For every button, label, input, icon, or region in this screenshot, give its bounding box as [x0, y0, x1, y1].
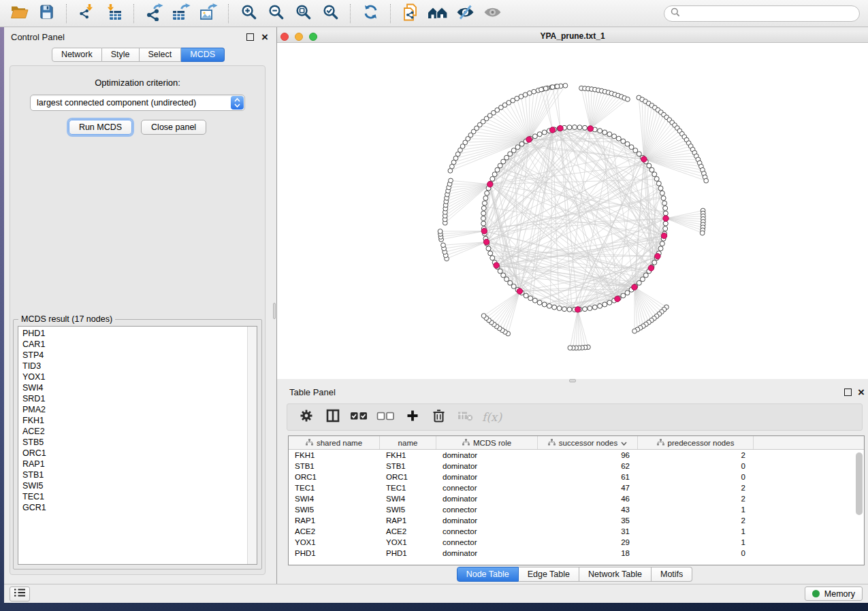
tab-network[interactable]: Network: [52, 48, 102, 62]
float-panel-icon[interactable]: [246, 33, 254, 41]
delete-column-button[interactable]: [425, 404, 452, 430]
export-image-button[interactable]: [196, 3, 221, 24]
table-row[interactable]: TEC1TEC1connector472: [289, 482, 864, 493]
table-row[interactable]: PHD1PHD1dominator180: [289, 548, 864, 559]
open-file-button[interactable]: [7, 3, 31, 24]
zoom-out-button[interactable]: [263, 3, 288, 24]
memory-button[interactable]: Memory: [805, 587, 863, 601]
mcds-result-list[interactable]: PHD1CAR1STP4TID3YOX1SWI4SRD1PMA2FKH1ACE2…: [18, 326, 257, 565]
mcds-result-item[interactable]: SWI5: [18, 480, 257, 491]
mcds-result-item[interactable]: SWI4: [18, 382, 257, 393]
network-window-titlebar[interactable]: YPA_prune.txt_1: [277, 31, 868, 43]
mcds-result-item[interactable]: RAP1: [18, 459, 257, 469]
column-header-shared-name[interactable]: shared name: [289, 436, 380, 449]
apply-layout-button[interactable]: [358, 3, 383, 24]
control-panel: Control Panel × NetworkStyleSelectMCDS O…: [4, 27, 272, 584]
tab-select[interactable]: Select: [140, 48, 182, 62]
table-cell: SWI5: [289, 504, 380, 515]
table-row[interactable]: FKH1FKH1dominator962: [289, 450, 864, 461]
show-columns-button[interactable]: [319, 404, 346, 430]
run-mcds-button[interactable]: Run MCDS: [69, 120, 132, 135]
table-scrollbar[interactable]: [856, 452, 863, 515]
table-row[interactable]: SWI5SWI5connector431: [289, 504, 864, 515]
mcds-result-item[interactable]: CAR1: [18, 339, 257, 350]
tab-network-table[interactable]: Network Table: [579, 567, 652, 582]
close-panel-icon[interactable]: ×: [261, 34, 268, 41]
criterion-select[interactable]: largest connected component (undirected): [30, 95, 245, 111]
window-maximize-icon[interactable]: [309, 33, 317, 41]
table-cell: 2: [638, 450, 754, 461]
mcds-result-item[interactable]: STB5: [18, 437, 257, 448]
network-canvas[interactable]: [277, 43, 868, 379]
select-all-columns-button[interactable]: [346, 404, 372, 430]
mcds-result-item[interactable]: STB1: [18, 469, 257, 480]
window-close-icon[interactable]: [280, 33, 289, 41]
list-scrollbar[interactable]: [247, 327, 257, 564]
search-input[interactable]: [684, 8, 853, 19]
function-builder-button[interactable]: f(x): [479, 404, 505, 430]
save-session-button[interactable]: [34, 3, 59, 24]
zoom-selected-icon: [322, 3, 339, 23]
splitter-grip[interactable]: [569, 379, 576, 382]
table-row[interactable]: YOX1YOX1connector291: [289, 537, 864, 548]
mcds-result-item[interactable]: ACE2: [18, 426, 257, 437]
splitter-grip[interactable]: [273, 303, 276, 319]
search-field[interactable]: [664, 5, 860, 22]
table-cell: RAP1: [289, 515, 380, 526]
window-minimize-icon[interactable]: [295, 33, 303, 41]
first-neighbors-button[interactable]: [425, 3, 450, 24]
mcds-result-item[interactable]: TID3: [18, 361, 257, 371]
mcds-result-item[interactable]: ORC1: [18, 448, 257, 459]
float-panel-icon[interactable]: [844, 389, 852, 396]
import-network-button[interactable]: [74, 3, 99, 24]
network-view[interactable]: [277, 43, 868, 379]
show-all-button[interactable]: [480, 3, 504, 24]
table-row[interactable]: RAP1RAP1dominator352: [289, 515, 864, 526]
close-panel-icon[interactable]: ×: [858, 389, 865, 396]
tab-motifs[interactable]: Motifs: [652, 567, 692, 582]
tab-mcds[interactable]: MCDS: [181, 48, 225, 62]
table-cell: ACE2: [380, 526, 436, 537]
zoom-fit-button[interactable]: [291, 3, 315, 24]
mcds-result-title: MCDS result (17 nodes): [18, 314, 115, 324]
column-header-MCDS-role[interactable]: MCDS role: [436, 436, 538, 449]
tab-edge-table[interactable]: Edge Table: [519, 567, 579, 582]
tab-style[interactable]: Style: [102, 48, 140, 62]
hide-selected-button[interactable]: [453, 3, 477, 24]
mcds-result-item[interactable]: YOX1: [18, 371, 257, 382]
mcds-result-item[interactable]: SRD1: [18, 393, 257, 404]
zoom-in-button[interactable]: [236, 3, 261, 24]
mcds-result-item[interactable]: GCR1: [18, 502, 257, 513]
optimization-criterion-label: Optimization criterion:: [10, 78, 265, 88]
mcds-result-item[interactable]: PMA2: [18, 404, 257, 415]
mcds-result-item[interactable]: STP4: [18, 350, 257, 361]
tab-node-table[interactable]: Node Table: [457, 567, 519, 582]
add-column-button[interactable]: [399, 404, 425, 430]
control-panel-tabs: NetworkStyleSelectMCDS: [4, 48, 272, 62]
table-settings-button[interactable]: [293, 404, 319, 430]
vertical-splitter[interactable]: [272, 27, 277, 584]
new-network-from-selection-button[interactable]: [398, 3, 423, 24]
column-header-successor-nodes[interactable]: successor nodes: [538, 436, 638, 449]
mcds-result-item[interactable]: TEC1: [18, 491, 257, 502]
task-history-button[interactable]: [10, 587, 30, 601]
deselect-all-columns-button[interactable]: [372, 404, 399, 430]
mcds-result-item[interactable]: PHD1: [18, 328, 257, 339]
zoom-selected-button[interactable]: [318, 3, 342, 24]
export-table-button[interactable]: [169, 3, 193, 24]
table-panel-tabs: Node TableEdge TableNetwork TableMotifs: [281, 567, 868, 582]
table-row[interactable]: ACE2ACE2connector311: [289, 526, 864, 537]
save-floppy-icon: [39, 4, 54, 22]
import-table-button[interactable]: [101, 3, 126, 24]
mcds-result-item[interactable]: FKH1: [18, 415, 257, 426]
column-header-name[interactable]: name: [380, 436, 436, 449]
table-row[interactable]: ORC1ORC1dominator610: [289, 472, 864, 482]
table-row[interactable]: STB1STB1dominator620: [289, 461, 864, 472]
export-network-button[interactable]: [142, 3, 166, 24]
column-header-predecessor-nodes[interactable]: predecessor nodes: [638, 436, 754, 449]
delete-table-button[interactable]: [452, 404, 479, 430]
table-row[interactable]: SWI4SWI4dominator462: [289, 493, 864, 504]
delete-table-icon: [457, 410, 473, 424]
table-panel-title: Table Panel: [289, 387, 336, 397]
close-panel-button[interactable]: Close panel: [141, 120, 206, 135]
